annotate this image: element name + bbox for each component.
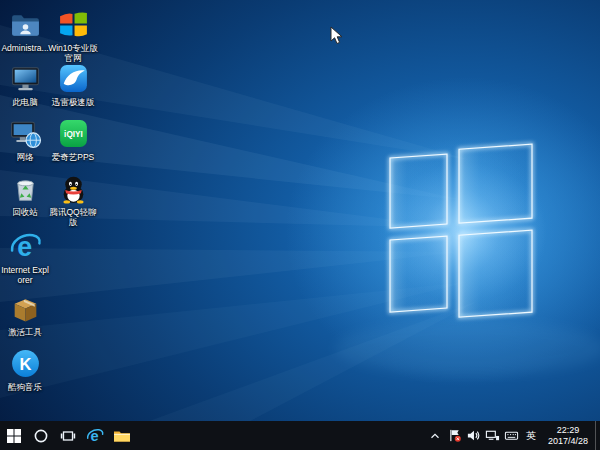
desktop-icon-qq[interactable]: 腾讯QQ轻聊版 bbox=[48, 172, 98, 227]
network-icon[interactable] bbox=[483, 421, 502, 450]
task-view-button[interactable] bbox=[54, 421, 81, 450]
tray-clock[interactable]: 22:29 2017/4/28 bbox=[541, 425, 595, 446]
taskbar-ie-button[interactable]: e bbox=[81, 421, 108, 450]
package-box-icon bbox=[9, 292, 42, 325]
keyboard-icon bbox=[504, 428, 519, 443]
icon-label: 酷狗音乐 bbox=[0, 382, 50, 392]
internet-explorer-icon: e bbox=[9, 230, 42, 263]
file-explorer-icon bbox=[113, 428, 131, 444]
ime-indicator[interactable]: 英 bbox=[521, 421, 541, 450]
show-desktop-button[interactable] bbox=[595, 421, 600, 450]
icon-label: 迅雷极速版 bbox=[48, 97, 98, 107]
desktop-icon-thunder[interactable]: 迅雷极速版 bbox=[48, 62, 98, 107]
tray-date: 2017/4/28 bbox=[548, 436, 588, 447]
speaker-icon bbox=[466, 428, 481, 443]
security-flag-icon[interactable] bbox=[445, 421, 464, 450]
desktop-icon-this-pc[interactable]: 此电脑 bbox=[0, 62, 50, 107]
desktop-icon-win10-site[interactable]: Win10专业版官网 bbox=[48, 8, 98, 63]
network-globe-icon bbox=[9, 117, 42, 150]
desktop-icon-administrator[interactable]: Administra... bbox=[0, 8, 50, 53]
icon-label: 此电脑 bbox=[0, 97, 50, 107]
system-tray: 英 22:29 2017/4/28 bbox=[426, 421, 600, 450]
tray-expand-button[interactable] bbox=[426, 421, 445, 450]
chevron-up-icon bbox=[428, 429, 442, 443]
iqiyi-icon: iQIYI bbox=[57, 117, 90, 150]
icon-label: Internet Explorer bbox=[0, 265, 50, 285]
taskbar-explorer-button[interactable] bbox=[108, 421, 135, 450]
desktop-icon-internet-explorer[interactable]: e Internet Explorer bbox=[0, 230, 50, 285]
ethernet-monitor-icon bbox=[485, 428, 500, 443]
internet-explorer-icon: e bbox=[86, 427, 104, 445]
computer-monitor-icon bbox=[9, 62, 42, 95]
icon-label: 回收站 bbox=[0, 207, 50, 217]
desktop-icon-iqiyi[interactable]: iQIYI 爱奇艺PPS bbox=[48, 117, 98, 162]
flag-alert-icon bbox=[447, 428, 462, 443]
task-view-icon bbox=[60, 428, 76, 444]
icon-label: Administra... bbox=[0, 43, 50, 53]
start-button[interactable] bbox=[0, 421, 27, 450]
user-folder-icon bbox=[9, 8, 42, 41]
taskbar: e bbox=[0, 421, 600, 450]
desktop-icon-network[interactable]: 网络 bbox=[0, 117, 50, 162]
search-button[interactable] bbox=[27, 421, 54, 450]
kugou-music-icon: K bbox=[9, 347, 42, 380]
qq-penguin-icon bbox=[57, 172, 90, 205]
volume-icon[interactable] bbox=[464, 421, 483, 450]
icon-label: 爱奇艺PPS bbox=[48, 152, 98, 162]
thunder-bird-icon bbox=[57, 62, 90, 95]
icon-label: 网络 bbox=[0, 152, 50, 162]
icon-label: 激活工具 bbox=[0, 327, 50, 337]
icon-label: 腾讯QQ轻聊版 bbox=[48, 207, 98, 227]
desktop-icon-activation-tool[interactable]: 激活工具 bbox=[0, 292, 50, 337]
recycle-bin-icon bbox=[9, 172, 42, 205]
kugou-letter: K bbox=[19, 355, 31, 373]
windows-color-flag-icon bbox=[57, 8, 90, 41]
iqiyi-wordmark: iQIYI bbox=[64, 130, 83, 139]
desktop-icon-kugou[interactable]: K 酷狗音乐 bbox=[0, 347, 50, 392]
cortana-circle-icon bbox=[33, 428, 49, 444]
tray-time: 22:29 bbox=[548, 425, 588, 436]
windows-desktop: { "colors": { "wallpaper_blue": "#1673c2… bbox=[0, 0, 600, 450]
icon-label: Win10专业版官网 bbox=[48, 43, 98, 63]
windows-logo-icon bbox=[6, 428, 22, 444]
touch-keyboard-icon[interactable] bbox=[502, 421, 521, 450]
desktop-icon-recycle-bin[interactable]: 回收站 bbox=[0, 172, 50, 217]
